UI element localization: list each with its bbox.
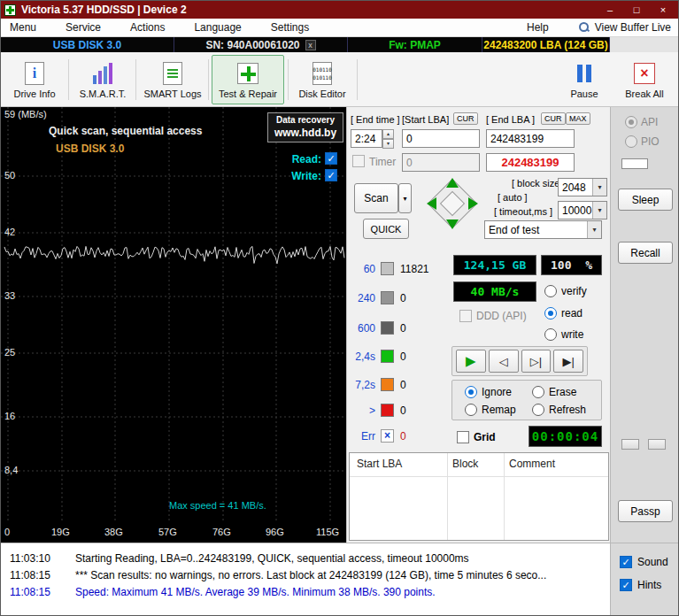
table-header-comment: Comment (509, 458, 555, 470)
close-button[interactable]: × (650, 2, 676, 18)
table-column-divider (504, 453, 505, 540)
ignore-radio[interactable] (465, 386, 477, 398)
refresh-radio[interactable] (532, 404, 544, 416)
sound-checkbox[interactable]: ✓ (620, 556, 632, 568)
x-tick: 19G (51, 527, 70, 537)
read-radio[interactable] (544, 307, 557, 320)
passp-button[interactable]: Passp (618, 500, 673, 522)
menu-item-service[interactable]: Service (66, 21, 101, 34)
table-header-divider (350, 476, 608, 477)
scan-dropdown-button[interactable]: ▾ (398, 183, 412, 213)
skip-forward-button[interactable]: ▷| (521, 350, 552, 373)
toolbar-separator (288, 59, 289, 100)
break-all-button[interactable]: × Break All (615, 55, 674, 104)
quick-button[interactable]: QUICK (363, 219, 409, 239)
serial-close-icon[interactable]: x (305, 40, 316, 50)
remap-radio[interactable] (465, 404, 477, 416)
hints-checkbox[interactable]: ✓ (620, 579, 632, 591)
bucket-count: 0 (400, 379, 406, 391)
bucket-swatch (381, 321, 394, 335)
timer-checkbox[interactable] (352, 155, 365, 167)
end-lba-max-button[interactable]: MAX (566, 112, 590, 125)
pause-button[interactable]: Pause (559, 55, 610, 104)
x-tick: 38G (104, 527, 123, 537)
block-size-select[interactable]: 2048 ▾ (558, 178, 607, 196)
start-test-button[interactable]: ▶ (456, 350, 486, 373)
start-lba-input[interactable] (402, 129, 480, 148)
scan-button[interactable]: Scan (354, 183, 398, 213)
smart-button[interactable]: S.M.A.R.T. (72, 55, 134, 104)
x-tick: 96G (266, 527, 284, 537)
mini-progress-bar (621, 158, 648, 169)
jog-right-arrow[interactable] (468, 197, 478, 210)
transport-group: ▶ ◁ ▷| ▶| (451, 346, 588, 376)
skip-end-button[interactable]: ▶| (553, 350, 583, 373)
drive-firmware: Fw: PMAP (348, 37, 482, 52)
y-tick: 25 (4, 347, 15, 358)
end-of-test-select[interactable]: End of test ▾ (484, 220, 602, 239)
right-side-panel: API PIO Sleep Recall Passp (610, 107, 679, 543)
defect-table[interactable]: Start LBA Block Comment (349, 452, 609, 541)
grid-checkbox[interactable] (457, 431, 469, 443)
graph-subtitle: USB DISK 3.0 (56, 142, 124, 155)
smart-logs-button[interactable]: SMART Logs (139, 55, 206, 104)
end-lba-cur-button[interactable]: CUR (541, 112, 566, 125)
timeout-select[interactable]: 10000 ▾ (558, 201, 607, 219)
end-time-input[interactable] (351, 129, 382, 148)
test-repair-button[interactable]: Test & Repair (212, 55, 284, 104)
tested-size-display: 124,15 GB (453, 255, 536, 275)
read-checkbox[interactable]: ✓ (325, 152, 337, 165)
write-label: Write: (281, 170, 321, 182)
log-text: Starting Reading, LBA=0..242483199, QUIC… (75, 551, 469, 566)
write-checkbox[interactable]: ✓ (325, 169, 337, 181)
view-buffer-live-toggle[interactable]: View Buffer Live (579, 21, 671, 34)
jog-left-arrow[interactable] (427, 197, 436, 210)
end-lba-input[interactable] (486, 129, 575, 148)
disk-editor-button[interactable]: 010110010110 Disk Editor (291, 55, 353, 104)
read-mode-label: read (561, 307, 583, 320)
jog-up-arrow[interactable] (446, 178, 459, 188)
ddd-checkbox[interactable] (459, 310, 472, 322)
sleep-button[interactable]: Sleep (618, 189, 673, 211)
menu-item-actions[interactable]: Actions (130, 21, 165, 34)
break-all-icon: × (634, 61, 655, 86)
minimize-button[interactable]: – (597, 2, 623, 18)
x-tick: 115G (316, 527, 339, 537)
log-time: 11:03:10 (10, 551, 75, 566)
recall-button[interactable]: Recall (618, 242, 673, 264)
drive-info-button[interactable]: i Drive Info (4, 55, 65, 104)
toolbar-separator (68, 59, 69, 100)
log-time: 11:08:15 (10, 568, 75, 583)
end-time-label: [ End time ] (351, 114, 400, 125)
mini-button-1[interactable] (621, 439, 639, 450)
erase-radio[interactable] (532, 386, 544, 398)
menu-item-settings[interactable]: Settings (271, 21, 309, 34)
log-area: 11:03:10 Starting Reading, LBA=0..242483… (1, 543, 610, 616)
y-tick: 8,4 (4, 465, 18, 475)
menu-item-help[interactable]: Help (527, 21, 549, 34)
api-radio[interactable] (625, 116, 637, 128)
jog-down-arrow[interactable] (446, 219, 459, 229)
err-bucket-count: 0 (400, 430, 406, 443)
maximize-button[interactable]: □ (623, 2, 650, 18)
bucket-label: 60 (347, 263, 375, 275)
log-text: *** Scan results: no warnings, no errors… (75, 568, 546, 583)
sound-label: Sound (637, 556, 668, 568)
write-radio[interactable] (544, 328, 557, 341)
verify-radio[interactable] (544, 285, 557, 297)
drive-model: USB DISK 3.0 (1, 37, 174, 52)
drive-info-label: Drive Info (13, 89, 55, 99)
menu-item-menu[interactable]: Menu (10, 21, 36, 34)
pio-radio[interactable] (625, 135, 637, 148)
step-back-button[interactable]: ◁ (489, 350, 519, 373)
end-time-spinner[interactable]: ▴ ▾ (382, 129, 394, 148)
log-entry: 11:03:10 Starting Reading, LBA=0..242483… (1, 551, 610, 567)
start-lba-cur-button[interactable]: CUR (453, 112, 478, 125)
log-text: Speed: Maximum 41 MB/s. Average 39 MB/s.… (75, 585, 436, 600)
menu-item-language[interactable]: Language (194, 21, 241, 34)
x-tick: 76G (212, 527, 231, 537)
mini-button-2[interactable] (648, 439, 666, 450)
window-title: Victoria 5.37 HDD/SSD | Device 2 (21, 4, 597, 16)
block-size-auto-label: [ auto ] (498, 192, 528, 203)
bucket-label: 240 (347, 292, 375, 304)
